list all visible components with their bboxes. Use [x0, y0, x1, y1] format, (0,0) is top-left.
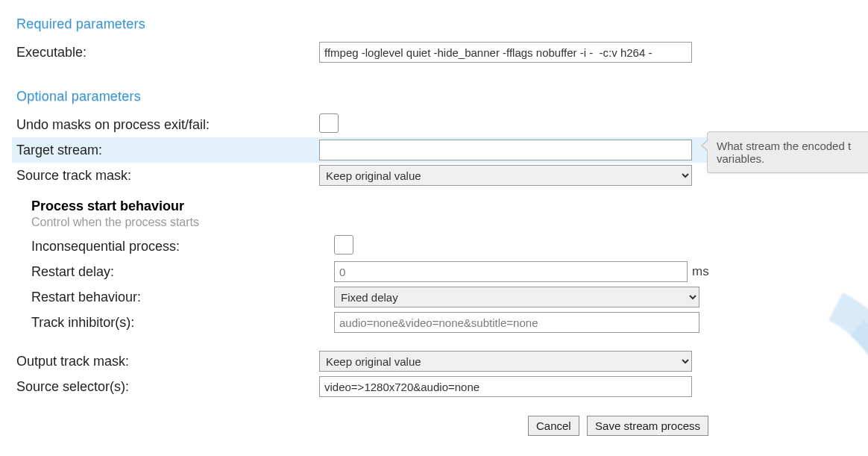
restart-delay-suffix: ms	[692, 264, 709, 279]
restart-delay-input[interactable]	[334, 261, 688, 282]
track-inhibitors-row: Track inhibitor(s):	[31, 310, 868, 335]
source-track-mask-label: Source track mask:	[16, 168, 319, 184]
undo-masks-checkbox[interactable]	[319, 113, 339, 133]
output-track-mask-row: Output track mask: Keep original value	[16, 349, 868, 374]
inconsequential-process-label: Inconsequential process:	[31, 239, 334, 254]
executable-label: Executable:	[16, 45, 319, 60]
track-inhibitors-label: Track inhibitor(s):	[31, 315, 334, 331]
process-start-behaviour-desc: Control when the process starts	[31, 216, 868, 229]
process-start-behaviour-heading: Process start behaviour	[31, 199, 868, 214]
executable-row: Executable:	[16, 40, 868, 65]
target-stream-label: Target stream:	[16, 143, 319, 158]
target-stream-input[interactable]	[319, 140, 692, 160]
target-stream-tooltip: What stream the encoded t variables.	[707, 131, 868, 173]
inconsequential-process-checkbox[interactable]	[334, 235, 353, 254]
restart-behaviour-row: Restart behaviour: Fixed delay	[31, 284, 868, 310]
undo-masks-label: Undo masks on process exit/fail:	[16, 117, 319, 133]
executable-input[interactable]	[319, 42, 692, 63]
restart-behaviour-label: Restart behaviour:	[31, 290, 334, 305]
output-track-mask-select[interactable]: Keep original value	[319, 351, 692, 372]
save-button[interactable]: Save stream process	[587, 416, 708, 436]
process-start-behaviour-block: Process start behaviour Control when the…	[31, 199, 868, 335]
restart-delay-row: Restart delay: ms	[31, 259, 868, 284]
button-row: Cancel Save stream process	[16, 416, 708, 436]
track-inhibitors-input[interactable]	[334, 312, 699, 333]
source-selectors-input[interactable]	[319, 376, 692, 397]
source-selectors-row: Source selector(s):	[16, 374, 868, 399]
cancel-button[interactable]: Cancel	[528, 416, 579, 436]
restart-behaviour-select[interactable]: Fixed delay	[334, 287, 699, 307]
restart-delay-label: Restart delay:	[31, 264, 334, 280]
required-parameters-heading: Required parameters	[16, 16, 868, 32]
inconsequential-process-row: Inconsequential process:	[31, 234, 868, 259]
source-selectors-label: Source selector(s):	[16, 379, 319, 395]
optional-parameters-heading: Optional parameters	[16, 89, 868, 104]
source-track-mask-select[interactable]: Keep original value	[319, 165, 692, 186]
output-track-mask-label: Output track mask:	[16, 354, 319, 369]
